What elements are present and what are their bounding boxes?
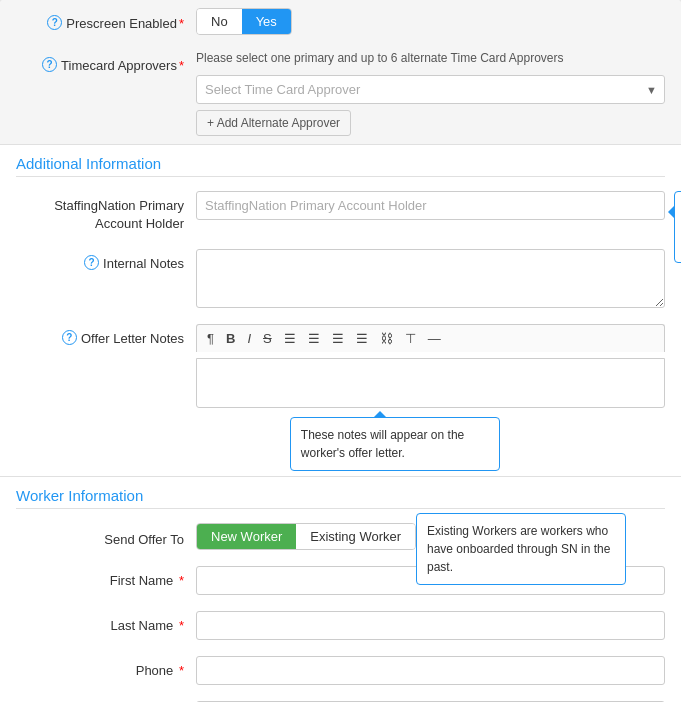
- staffing-label-col: StaffingNation Primary Account Holder: [16, 191, 196, 233]
- toolbar-bold-btn[interactable]: B: [222, 329, 239, 348]
- prescreen-help-icon[interactable]: ?: [47, 15, 62, 30]
- phone-required: *: [179, 663, 184, 678]
- toolbar-indent-btn[interactable]: ☰: [328, 329, 348, 348]
- timecard-help-icon[interactable]: ?: [42, 57, 57, 72]
- offer-letter-editor[interactable]: [196, 358, 665, 408]
- toolbar-italic-btn[interactable]: I: [243, 329, 255, 348]
- timecard-label-col: ? Timecard Approvers *: [16, 51, 196, 75]
- prescreen-label: Prescreen Enabled: [66, 15, 177, 33]
- first-name-required: *: [179, 573, 184, 588]
- staffing-callout: These notes will be tied to the offer an…: [674, 191, 681, 263]
- offer-letter-callout: These notes will appear on the worker's …: [290, 417, 500, 471]
- offer-letter-control: ¶ B I S ☰ ☰ ☰ ☰ ⛓ ⊤ — These notes will a…: [196, 324, 665, 408]
- modal-container: ? Prescreen Enabled * No Yes ? Timecard …: [0, 0, 681, 702]
- offer-letter-label-col: ? Offer Letter Notes: [16, 324, 196, 348]
- email-row: Email *: [0, 693, 681, 702]
- offer-letter-callout-text: These notes will appear on the worker's …: [301, 428, 464, 460]
- timecard-label: Timecard Approvers: [61, 57, 177, 75]
- additional-info-header: Additional Information: [0, 144, 681, 183]
- existing-worker-btn[interactable]: Existing Worker: [296, 524, 415, 549]
- last-name-row: Last Name *: [0, 603, 681, 648]
- phone-input[interactable]: [196, 656, 665, 685]
- phone-label-col: Phone *: [16, 656, 196, 680]
- phone-label: Phone: [136, 663, 174, 678]
- existing-worker-callout-text: Existing Workers are workers who have on…: [427, 524, 610, 574]
- internal-notes-help-icon[interactable]: ?: [84, 255, 99, 270]
- first-name-label: First Name: [110, 573, 174, 588]
- send-offer-label: Send Offer To: [104, 532, 184, 547]
- prescreen-no-btn[interactable]: No: [197, 9, 242, 34]
- timecard-info-text: Please select one primary and up to 6 al…: [196, 51, 665, 65]
- prescreen-required: *: [179, 15, 184, 33]
- toolbar-strikethrough-btn[interactable]: S: [259, 329, 276, 348]
- toolbar-link-btn[interactable]: ⛓: [376, 329, 397, 348]
- last-name-label-col: Last Name *: [16, 611, 196, 635]
- worker-info-title: Worker Information: [16, 487, 665, 509]
- form-body: ? Prescreen Enabled * No Yes ? Timecard …: [0, 0, 681, 702]
- staffing-input[interactable]: [196, 191, 665, 220]
- worker-toggle-group: New Worker Existing Worker: [196, 523, 416, 550]
- internal-notes-row: ? Internal Notes: [0, 241, 681, 316]
- staffing-control: These notes will be tied to the offer an…: [196, 191, 665, 220]
- new-worker-btn[interactable]: New Worker: [197, 524, 296, 549]
- prescreen-toggle-group: No Yes: [196, 8, 292, 35]
- worker-info-header: Worker Information: [0, 476, 681, 515]
- add-approver-btn[interactable]: + Add Alternate Approver: [196, 110, 351, 136]
- last-name-input[interactable]: [196, 611, 665, 640]
- timecard-required: *: [179, 57, 184, 75]
- timecard-row: ? Timecard Approvers * Please select one…: [0, 43, 681, 144]
- prescreen-control: No Yes: [196, 8, 665, 35]
- first-name-label-col: First Name *: [16, 566, 196, 590]
- offer-letter-label: Offer Letter Notes: [81, 330, 184, 348]
- last-name-required: *: [179, 618, 184, 633]
- prescreen-yes-btn[interactable]: Yes: [242, 9, 291, 34]
- offer-letter-row: ? Offer Letter Notes ¶ B I S ☰ ☰ ☰ ☰ ⛓ ⊤…: [0, 316, 681, 416]
- staffing-label: StaffingNation Primary Account Holder: [54, 198, 184, 231]
- last-name-label: Last Name: [110, 618, 173, 633]
- phone-control: [196, 656, 665, 685]
- staffing-row: StaffingNation Primary Account Holder Th…: [0, 183, 681, 241]
- offer-letter-help-icon[interactable]: ?: [62, 330, 77, 345]
- phone-row: Phone *: [0, 648, 681, 693]
- internal-notes-label: Internal Notes: [103, 255, 184, 273]
- send-offer-label-col: Send Offer To: [16, 525, 196, 549]
- prescreen-row: ? Prescreen Enabled * No Yes: [0, 0, 681, 43]
- internal-notes-control: [196, 249, 665, 308]
- additional-info-title: Additional Information: [16, 155, 665, 177]
- last-name-control: [196, 611, 665, 640]
- timecard-select-wrapper: Select Time Card Approver ▼: [196, 75, 665, 104]
- send-offer-row: Send Offer To New Worker Existing Worker…: [0, 515, 681, 558]
- toolbar-align-btn[interactable]: ⊤: [401, 329, 420, 348]
- toolbar-outdent-btn[interactable]: ☰: [352, 329, 372, 348]
- timecard-control: Please select one primary and up to 6 al…: [196, 51, 665, 136]
- existing-worker-callout: Existing Workers are workers who have on…: [416, 513, 626, 585]
- toolbar-paragraph-btn[interactable]: ¶: [203, 329, 218, 348]
- timecard-select[interactable]: Select Time Card Approver: [196, 75, 665, 104]
- editor-toolbar: ¶ B I S ☰ ☰ ☰ ☰ ⛓ ⊤ —: [196, 324, 665, 352]
- internal-notes-label-col: ? Internal Notes: [16, 249, 196, 273]
- internal-notes-textarea[interactable]: [196, 249, 665, 308]
- toolbar-ul-btn[interactable]: ☰: [280, 329, 300, 348]
- toolbar-ol-btn[interactable]: ☰: [304, 329, 324, 348]
- prescreen-label-col: ? Prescreen Enabled *: [16, 9, 196, 33]
- toolbar-hr-btn[interactable]: —: [424, 329, 445, 348]
- send-offer-control: New Worker Existing Worker Existing Work…: [196, 523, 665, 550]
